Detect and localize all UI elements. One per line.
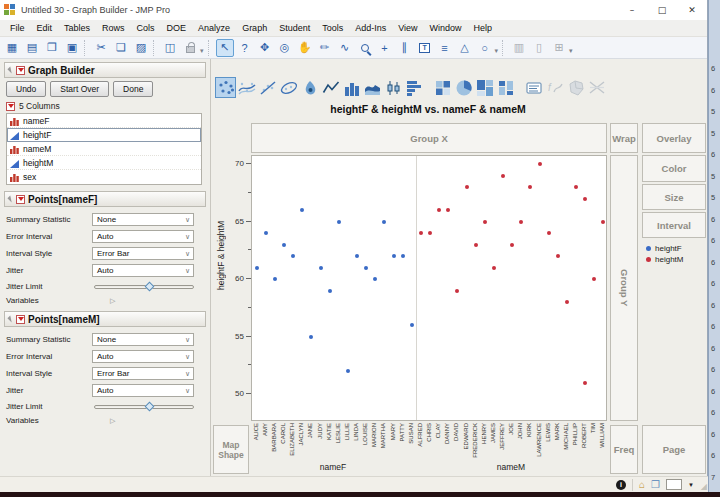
magnifier-tool-icon[interactable] bbox=[356, 39, 374, 57]
paintbrush-tool-icon[interactable]: ✏ bbox=[316, 39, 334, 57]
property-dropdown-interval-style[interactable]: Error Bar∨ bbox=[92, 247, 194, 260]
data-point-heightM[interactable] bbox=[465, 185, 469, 189]
toolbar-overflow-icon[interactable]: ▾ bbox=[569, 47, 573, 55]
line-annotate-tool-icon[interactable]: ≡ bbox=[436, 39, 454, 57]
arrow-tool-icon[interactable]: ↖ bbox=[216, 39, 234, 57]
menu-tables[interactable]: Tables bbox=[58, 21, 96, 35]
data-point-heightM[interactable] bbox=[583, 381, 587, 385]
gallery-box-plot-icon[interactable] bbox=[383, 77, 404, 98]
gallery-area-icon[interactable] bbox=[362, 77, 383, 98]
column-item-heightF[interactable]: heightF bbox=[7, 128, 201, 142]
drop-zone-map-shape[interactable]: Map Shape bbox=[213, 425, 249, 474]
start-over-button[interactable]: Start Over bbox=[50, 81, 109, 97]
save-session-icon[interactable]: ▥ bbox=[510, 39, 528, 57]
drop-zone-overlay[interactable]: Overlay bbox=[642, 123, 706, 153]
column-item-heightM[interactable]: heightM bbox=[7, 156, 201, 170]
data-point-heightM[interactable] bbox=[583, 197, 587, 201]
gallery-parallel-icon[interactable] bbox=[586, 77, 607, 98]
data-point-heightF[interactable] bbox=[373, 277, 377, 281]
data-point-heightF[interactable] bbox=[401, 254, 405, 258]
home-icon[interactable]: ⌂ bbox=[639, 479, 645, 490]
drop-zone-group-x[interactable]: Group X bbox=[251, 123, 607, 153]
property-dropdown-summary-statistic[interactable]: None∨ bbox=[92, 213, 194, 226]
maximize-button[interactable]: □ bbox=[647, 0, 677, 20]
data-point-heightM[interactable] bbox=[528, 185, 532, 189]
disclosure-arrow-icon[interactable]: ▷ bbox=[110, 297, 115, 305]
columns-red-triangle-icon[interactable] bbox=[6, 102, 15, 111]
polygon-annotate-tool-icon[interactable]: △ bbox=[456, 39, 474, 57]
crosshair-tool-icon[interactable]: + bbox=[376, 39, 394, 57]
grabber-tool-icon[interactable]: ✥ bbox=[256, 39, 274, 57]
gallery-points-icon[interactable] bbox=[215, 77, 236, 98]
red-triangle-menu-icon[interactable] bbox=[16, 195, 25, 204]
drop-zone-group-y[interactable]: Group Y bbox=[610, 155, 638, 421]
data-point-heightM[interactable] bbox=[556, 254, 560, 258]
disclosure-arrow-icon[interactable]: ▷ bbox=[110, 417, 115, 425]
data-point-heightM[interactable] bbox=[519, 220, 523, 224]
data-point-heightF[interactable] bbox=[300, 208, 304, 212]
cut-icon[interactable]: ✂ bbox=[92, 39, 110, 57]
red-triangle-menu-icon[interactable] bbox=[16, 315, 25, 324]
collapse-triangle-icon[interactable] bbox=[7, 315, 14, 322]
data-point-heightM[interactable] bbox=[501, 174, 505, 178]
data-point-heightF[interactable] bbox=[328, 289, 332, 293]
drop-zone-freq[interactable]: Freq bbox=[610, 425, 638, 474]
data-point-heightM[interactable] bbox=[510, 243, 514, 247]
gallery-line-icon[interactable] bbox=[320, 77, 341, 98]
gallery-heatmap-icon[interactable] bbox=[432, 77, 453, 98]
menu-student[interactable]: Student bbox=[273, 21, 316, 35]
column-item-nameF[interactable]: nameF bbox=[7, 114, 201, 128]
oval-annotate-tool-icon[interactable]: ○ bbox=[476, 39, 494, 57]
menu-graph[interactable]: Graph bbox=[236, 21, 273, 35]
new-data-table-icon[interactable]: ▦ bbox=[3, 39, 21, 57]
data-point-heightM[interactable] bbox=[601, 220, 605, 224]
undo-button[interactable]: Undo bbox=[6, 81, 46, 97]
drop-zone-wrap[interactable]: Wrap bbox=[610, 123, 638, 153]
data-point-heightF[interactable] bbox=[355, 254, 359, 258]
data-point-heightF[interactable] bbox=[309, 335, 313, 339]
data-point-heightF[interactable] bbox=[410, 323, 414, 327]
gallery-histogram-icon[interactable] bbox=[404, 77, 425, 98]
zoom-selector[interactable] bbox=[666, 479, 682, 490]
data-point-heightF[interactable] bbox=[392, 254, 396, 258]
done-button[interactable]: Done bbox=[113, 81, 153, 97]
menu-help[interactable]: Help bbox=[468, 21, 499, 35]
menu-rows[interactable]: Rows bbox=[96, 21, 131, 35]
menu-tools[interactable]: Tools bbox=[316, 21, 349, 35]
plot-area[interactable] bbox=[251, 155, 607, 421]
data-point-heightF[interactable] bbox=[282, 243, 286, 247]
data-point-heightF[interactable] bbox=[364, 266, 368, 270]
gallery-bar-icon[interactable] bbox=[341, 77, 362, 98]
data-point-heightM[interactable] bbox=[538, 162, 542, 166]
menu-window[interactable]: Window bbox=[424, 21, 468, 35]
slider-thumb[interactable] bbox=[145, 401, 155, 411]
lasso-tool-icon[interactable]: ∿ bbox=[336, 39, 354, 57]
slider-thumb[interactable] bbox=[145, 281, 155, 291]
lock-icon[interactable] bbox=[181, 39, 199, 57]
gallery-map-shapes-icon[interactable] bbox=[565, 77, 586, 98]
data-point-heightM[interactable] bbox=[474, 243, 478, 247]
graph-builder-header[interactable]: Graph Builder bbox=[4, 62, 206, 78]
gallery-caption-box-icon[interactable] bbox=[523, 77, 544, 98]
gallery-formula-icon[interactable]: f bbox=[544, 77, 565, 98]
jitter-limit-slider[interactable] bbox=[94, 285, 194, 289]
hand-tool-icon[interactable]: ✋ bbox=[296, 39, 314, 57]
gallery-pie-icon[interactable] bbox=[453, 77, 474, 98]
column-item-nameM[interactable]: nameM bbox=[7, 142, 201, 156]
drop-zone-size[interactable]: Size bbox=[642, 184, 706, 210]
scroller-tool-icon[interactable]: ∥ bbox=[396, 39, 414, 57]
data-point-heightM[interactable] bbox=[437, 208, 441, 212]
collapse-triangle-icon[interactable] bbox=[7, 66, 14, 73]
property-dropdown-error-interval[interactable]: Auto∨ bbox=[92, 230, 194, 243]
menu-edit[interactable]: Edit bbox=[31, 21, 59, 35]
drop-zone-color[interactable]: Color bbox=[642, 155, 706, 182]
data-point-heightF[interactable] bbox=[273, 277, 277, 281]
data-point-heightM[interactable] bbox=[446, 208, 450, 212]
property-dropdown-jitter[interactable]: Auto∨ bbox=[92, 384, 194, 397]
property-dropdown-jitter[interactable]: Auto∨ bbox=[92, 264, 194, 277]
add-icon[interactable]: ⊞ bbox=[550, 39, 568, 57]
points-panel-header-0[interactable]: Points[nameF] bbox=[4, 191, 206, 207]
paste-icon[interactable]: ▨ bbox=[132, 39, 150, 57]
gallery-line-of-fit-icon[interactable] bbox=[257, 77, 278, 98]
close-button[interactable]: ✕ bbox=[677, 0, 707, 20]
